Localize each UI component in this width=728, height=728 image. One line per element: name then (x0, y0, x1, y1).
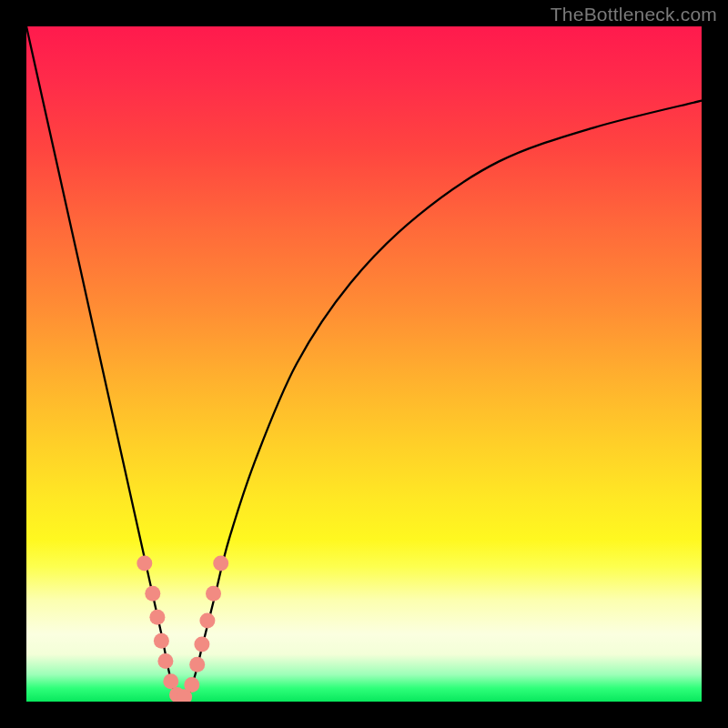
marker-dot (206, 586, 221, 602)
marker-dot (194, 636, 209, 652)
marker-dot (149, 610, 165, 625)
bottleneck-curve (26, 26, 702, 702)
chart-svg (26, 26, 702, 702)
marker-dot (184, 677, 199, 693)
marker-dot (136, 555, 152, 571)
marker-dot (154, 633, 169, 649)
marker-dot (189, 657, 205, 672)
chart-frame (26, 26, 702, 702)
marker-dot (157, 653, 173, 669)
highlight-markers (136, 555, 228, 702)
marker-dot (145, 586, 160, 602)
watermark-text: TheBottleneck.com (551, 4, 717, 25)
marker-dot (213, 555, 228, 571)
marker-dot (163, 673, 178, 689)
marker-dot (199, 613, 215, 629)
